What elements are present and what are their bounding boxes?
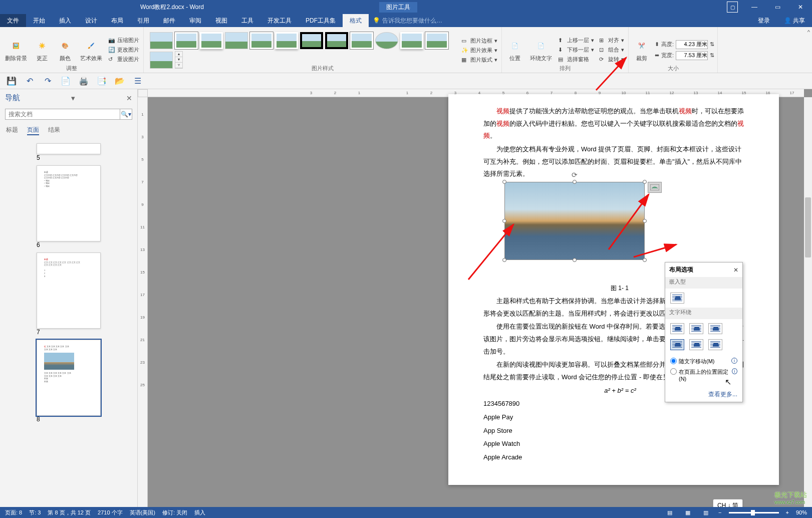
print-layout-icon[interactable]: ▦ [682,508,693,516]
wrap-square-option[interactable] [670,323,684,334]
wrap-front-option[interactable] [708,339,722,350]
zoom-in-icon[interactable]: + [786,509,789,515]
spinner-icon[interactable]: ⇅ [710,41,714,48]
gallery-up-icon[interactable]: ▴ [175,52,182,57]
page-thumb[interactable]: 标题正文内容 正文内容 正文内容 正文内容正文内容 正文内容 正文内容• 项目•… [37,165,101,248]
ribbon-display-icon[interactable]: ▢ [727,2,738,13]
nav-tab-results[interactable]: 结果 [48,126,60,135]
minimize-button[interactable]: — [743,0,766,14]
zoom-slider[interactable] [729,512,779,513]
page-thumb[interactable]: 标题正文 正文 正文 正文 正文 正文 正文 正文正文 正文 正文 正文1237 [37,252,101,336]
wrap-tight-option[interactable] [689,323,703,334]
position-button[interactable]: 📄位置 [505,37,525,63]
read-mode-icon[interactable]: ▤ [664,508,675,516]
spinner-icon[interactable]: ⇅ [710,52,714,59]
move-with-text-radio[interactable]: 随文字移动(M)i [670,356,737,367]
print-preview-icon[interactable]: 🖨️ [79,77,88,86]
nav-close-icon[interactable]: ✕ [126,94,132,102]
info-icon[interactable]: i [732,368,737,374]
style-thumb[interactable] [275,32,298,49]
style-thumb[interactable] [175,32,198,49]
height-input[interactable] [676,40,708,49]
page-thumb[interactable]: 红 文本 文本 文本 文本 文本文本 文本 文本文本 文本 文本 文本 文本 文… [37,340,101,423]
crop-button[interactable]: ✂️裁剪 [632,37,652,63]
status-language[interactable]: 英语(美国) [130,509,155,516]
nav-dropdown-icon[interactable]: ▾ [71,94,75,103]
tab-mailings[interactable]: 邮件 [156,14,182,27]
selected-picture[interactable]: ⟳ [504,182,645,260]
paragraph[interactable]: 为使您的文档具有专业外观，Word 提供了页眉、页脚、封面和文本框设计，这些设计… [483,143,744,180]
artistic-effects-button[interactable]: 🖌️艺术效果 [78,37,104,63]
style-thumb[interactable] [225,32,248,49]
page-thumb[interactable]: 5 [37,143,101,161]
style-thumb[interactable] [150,32,173,49]
corrections-button[interactable]: ☀️更正 [32,37,52,63]
wrap-behind-option[interactable] [689,339,703,350]
list-item[interactable]: Apple Arcade [483,451,744,464]
nav-tab-headings[interactable]: 标题 [6,126,18,135]
wrap-text-button[interactable]: 📄环绕文字 [528,37,554,63]
fix-position-radio[interactable]: 在页面上的位置固定(N)i [670,367,737,383]
tab-review[interactable]: 审阅 [182,14,208,27]
touch-mode-icon[interactable]: ☰ [133,77,142,86]
tab-design[interactable]: 设计 [78,14,104,27]
selection-pane-button[interactable]: ▤选择窗格 [557,55,595,64]
color-button[interactable]: 🎨颜色 [55,37,75,63]
picture-effects-button[interactable]: ✨图片效果 ▾ [460,46,498,55]
tab-insert[interactable]: 插入 [52,14,78,27]
status-section[interactable]: 节: 3 [29,509,41,516]
style-thumb[interactable] [400,32,423,49]
tab-layout[interactable]: 布局 [104,14,130,27]
tab-developer[interactable]: 开发工具 [260,14,299,27]
wrap-inline-option[interactable] [670,293,684,304]
tab-references[interactable]: 引用 [130,14,156,27]
wrap-topbottom-option[interactable] [670,339,684,350]
style-thumb[interactable] [350,32,373,49]
undo-icon[interactable]: ↶ [25,77,34,86]
picture-layout-button[interactable]: ▦图片版式 ▾ [460,56,498,64]
list-item[interactable]: App Store [483,425,744,437]
status-words[interactable]: 2710 个字 [98,509,123,516]
tab-tools[interactable]: 工具 [234,14,260,27]
see-more-link[interactable]: 查看更多... [665,387,742,402]
status-track[interactable]: 修订: 关闭 [162,509,187,516]
align-button[interactable]: ⊞对齐 ▾ [598,36,625,45]
search-input[interactable] [6,109,120,119]
login-button[interactable]: 登录 [751,14,777,27]
group-button[interactable]: ⊡组合 ▾ [598,46,625,54]
new-icon[interactable]: 📄 [61,77,70,86]
list-item[interactable]: Apple Pay [483,411,744,424]
web-layout-icon[interactable]: ▥ [700,508,711,516]
close-button[interactable]: ✕ [789,0,812,14]
list-item[interactable]: Apple Watch [483,438,744,450]
search-icon[interactable]: 🔍▾ [120,109,132,119]
style-thumb[interactable] [425,32,448,49]
layout-options-icon[interactable] [648,182,662,193]
status-insert[interactable]: 插入 [194,509,205,516]
collapse-ribbon-icon[interactable]: ^ [805,27,812,73]
style-thumb[interactable] [325,32,348,49]
zoom-out-icon[interactable]: − [718,509,721,515]
change-picture-button[interactable]: 🔄更改图片 [107,46,140,54]
reset-picture-button[interactable]: ↺重设图片 [107,55,140,64]
redo-icon[interactable]: ↷ [43,77,52,86]
rotate-button[interactable]: ⟳旋转 ▾ [598,55,625,64]
save-icon[interactable]: 💾 [7,77,16,86]
vertical-scrollbar[interactable] [804,97,812,507]
zoom-level[interactable]: 90% [796,509,807,515]
info-icon[interactable]: i [731,358,737,364]
width-input[interactable] [676,51,708,60]
style-thumb[interactable] [250,32,273,49]
remove-background-button[interactable]: 🖼️删除背景 [3,37,29,63]
gallery-down-icon[interactable]: ▾ [175,57,182,63]
status-pages[interactable]: 第 8 页，共 12 页 [48,509,91,516]
compress-pictures-button[interactable]: 📷压缩图片 [107,36,140,45]
send-backward-button[interactable]: ⬇下移一层 ▾ [557,46,595,54]
picture-border-button[interactable]: ▭图片边框 ▾ [460,37,498,45]
nav-tab-pages[interactable]: 页面 [27,126,39,135]
open-icon[interactable]: 📂 [115,77,124,86]
tab-file[interactable]: 文件 [0,14,26,27]
tab-format[interactable]: 格式 [343,14,369,27]
share-button[interactable]: 👤 共享 [777,14,812,27]
vertical-ruler[interactable]: 135791113151719212325 [138,97,148,507]
